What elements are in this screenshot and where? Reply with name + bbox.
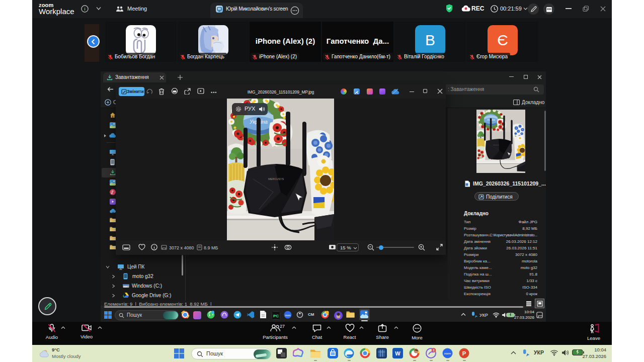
svg-text:zoom: zoom	[285, 314, 290, 317]
svg-text:i: i	[85, 7, 86, 12]
svg-text:MERCUSYS: MERCUSYS	[268, 177, 284, 180]
svg-text:W: W	[395, 350, 400, 356]
svg-text:PC: PC	[273, 314, 279, 318]
svg-text:P: P	[462, 350, 466, 356]
svg-text:zoom: zoom	[444, 352, 451, 355]
svg-text:8: 8	[433, 348, 435, 352]
